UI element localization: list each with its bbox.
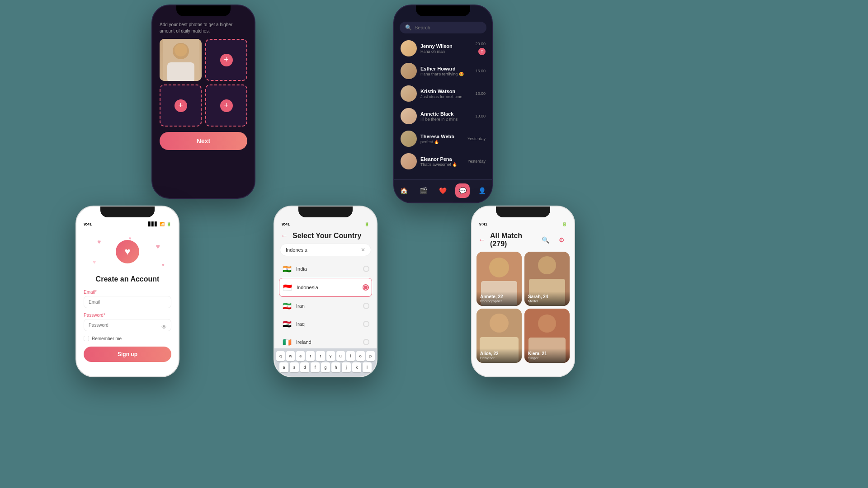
key-s[interactable]: s xyxy=(290,362,299,372)
message-item[interactable]: Theresa Webb perfect 🔥 Yesterday xyxy=(398,127,488,150)
key-w[interactable]: w xyxy=(286,351,295,361)
match-card-sarah[interactable]: Sarah, 24 Model xyxy=(524,252,570,306)
country-list: 🇮🇳 India 🇮🇩 Indonesia 🇮🇷 Iran 🇮🇶 xyxy=(274,260,377,351)
key-e[interactable]: e xyxy=(296,351,305,361)
status-icons: 🔋 xyxy=(562,222,567,226)
key-a[interactable]: a xyxy=(279,362,288,372)
logo-area: ♥ ♥ ♥ ♥ ♥ ♥ xyxy=(84,234,171,270)
status-bar: 9:41 ▋▋▋ 📶 🔋 xyxy=(76,219,179,226)
messages-nav-icon[interactable]: 💬 xyxy=(455,183,470,198)
contact-name: Eleanor Pena xyxy=(420,156,464,162)
filter-matches-icon[interactable]: ⚙ xyxy=(555,234,568,246)
key-d[interactable]: d xyxy=(300,362,309,372)
message-info: Theresa Webb perfect 🔥 xyxy=(420,134,464,144)
match-card-annete[interactable]: Annete, 22 Photographer xyxy=(476,252,522,306)
match-job: Designer xyxy=(480,356,518,360)
explore-nav-icon[interactable]: 🎬 xyxy=(416,183,431,198)
key-l[interactable]: l xyxy=(363,362,372,372)
message-time: Yesterday xyxy=(467,136,486,141)
country-item-iran[interactable]: 🇮🇷 Iran xyxy=(279,297,372,315)
heart-icon: ♥ xyxy=(124,246,130,258)
country-item-iraq[interactable]: 🇮🇶 Iraq xyxy=(279,315,372,333)
photo-slot-add-3[interactable]: + xyxy=(205,84,247,127)
message-item[interactable]: Eleanor Pena That's awesome! 🔥 Yesterday xyxy=(398,150,488,173)
country-item-india[interactable]: 🇮🇳 India xyxy=(279,260,372,278)
match-header: ← All Match (279) 🔍 ⚙ xyxy=(472,226,574,252)
key-f[interactable]: f xyxy=(311,362,320,372)
message-preview: Haha oh man xyxy=(420,49,472,54)
photo-slot-filled[interactable] xyxy=(160,39,202,81)
country-search-bar[interactable]: ✕ xyxy=(280,244,371,256)
key-o[interactable]: o xyxy=(356,351,365,361)
add-photo-icon-2[interactable]: + xyxy=(175,99,187,112)
photo-slot-add-2[interactable]: + xyxy=(160,84,202,127)
message-time: Yesterday xyxy=(467,159,486,164)
search-input[interactable] xyxy=(415,25,481,30)
photo-slot-add-1[interactable]: + xyxy=(205,39,247,81)
key-r[interactable]: r xyxy=(306,351,315,361)
email-field[interactable] xyxy=(84,296,171,308)
password-field[interactable] xyxy=(84,319,171,331)
message-item[interactable]: Annette Black I'll be there in 2 mins 10… xyxy=(398,105,488,127)
add-photo-icon-3[interactable]: + xyxy=(220,99,233,112)
radio-ireland[interactable] xyxy=(363,339,369,345)
key-k[interactable]: k xyxy=(352,362,361,372)
key-u[interactable]: u xyxy=(336,351,345,361)
key-g[interactable]: g xyxy=(321,362,330,372)
country-item-indonesia[interactable]: 🇮🇩 Indonesia xyxy=(279,278,372,297)
radio-iraq[interactable] xyxy=(363,321,369,327)
contact-name: Jenny Wilson xyxy=(420,43,472,49)
toggle-password-icon[interactable]: 👁 xyxy=(161,324,167,330)
key-q[interactable]: q xyxy=(276,351,285,361)
message-info: Annette Black I'll be there in 2 mins xyxy=(420,111,472,122)
likes-nav-icon[interactable]: ❤️ xyxy=(436,183,450,198)
flag-iran: 🇮🇷 xyxy=(282,300,292,311)
contact-name: Theresa Webb xyxy=(420,134,464,139)
match-card-kiera[interactable]: Kiera, 21 Singer xyxy=(524,309,570,363)
message-meta: 16.00 xyxy=(475,69,486,73)
phone-select-country: 9:41 🔋 ← Select Your Country ✕ 🇮🇳 India … xyxy=(274,206,377,377)
back-button[interactable]: ← xyxy=(281,232,288,240)
search-bar[interactable]: 🔍 xyxy=(400,22,486,33)
phone-photo-upload: Add your best photos to get a higher amo… xyxy=(151,5,255,199)
message-meta: 13.00 xyxy=(475,91,486,96)
svg-point-3 xyxy=(175,44,187,56)
key-p[interactable]: p xyxy=(366,351,375,361)
clear-search-icon[interactable]: ✕ xyxy=(361,247,365,253)
contact-name: Annette Black xyxy=(420,111,472,117)
avatar xyxy=(401,131,417,147)
password-label: Password* xyxy=(84,313,171,318)
match-action-icons: 🔍 ⚙ xyxy=(539,234,568,246)
key-y[interactable]: y xyxy=(326,351,335,361)
keyboard: q w e r t y u i o p a s d f g h j k l xyxy=(274,348,377,376)
home-nav-icon[interactable]: 🏠 xyxy=(397,183,411,198)
country-name: Iraq xyxy=(296,321,359,327)
key-h[interactable]: h xyxy=(331,362,340,372)
page-title: All Match (279) xyxy=(490,232,534,248)
key-j[interactable]: j xyxy=(342,362,351,372)
match-card-info: Annete, 22 Photographer xyxy=(476,291,522,306)
key-i[interactable]: i xyxy=(346,351,355,361)
message-item[interactable]: Jenny Wilson Haha oh man 20.00 2 xyxy=(398,37,488,60)
country-search-input[interactable] xyxy=(286,247,358,253)
back-button[interactable]: ← xyxy=(478,236,486,244)
remember-checkbox[interactable] xyxy=(84,336,89,341)
contact-name: Esther Howard xyxy=(420,66,472,71)
signup-button[interactable]: Sign up xyxy=(84,347,171,362)
search-matches-icon[interactable]: 🔍 xyxy=(539,234,552,246)
app-logo: ♥ xyxy=(116,240,139,263)
radio-india[interactable] xyxy=(363,266,369,272)
match-name: Annete, 22 xyxy=(480,294,518,299)
message-item[interactable]: Kristin Watson Just ideas for next time … xyxy=(398,82,488,105)
radio-indonesia[interactable] xyxy=(363,284,369,291)
message-item[interactable]: Esther Howard Haha that's terrifying 🤩 1… xyxy=(398,60,488,82)
key-t[interactable]: t xyxy=(316,351,325,361)
next-button[interactable]: Next xyxy=(160,132,247,150)
profile-nav-icon[interactable]: 👤 xyxy=(475,183,489,198)
radio-iran[interactable] xyxy=(363,303,369,309)
phone-all-match: 9:41 🔋 ← All Match (279) 🔍 ⚙ xyxy=(471,206,575,377)
flag-ireland: 🇮🇪 xyxy=(282,337,292,347)
status-bar: 9:41 🔋 xyxy=(274,219,377,226)
add-photo-icon[interactable]: + xyxy=(220,54,233,66)
match-card-alice[interactable]: Alice, 22 Designer xyxy=(476,309,522,363)
